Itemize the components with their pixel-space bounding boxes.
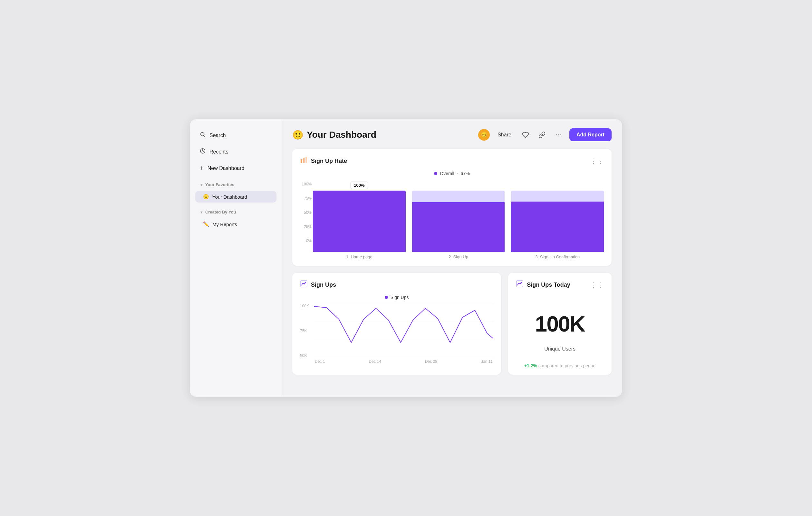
y-75k: 75K	[300, 329, 309, 333]
main-content: 🙂 Your Dashboard 😊 Share Add Repor	[282, 119, 622, 397]
y-label-25: 25%	[300, 224, 312, 229]
signup-rate-card: Sign Up Rate ⋮⋮ Overall · 67% 100% 75% 5…	[292, 149, 612, 266]
add-report-button[interactable]: Add Report	[569, 128, 612, 141]
my-reports-emoji: ✏️	[203, 221, 209, 227]
change-row: +1.2% compared to previous period	[516, 363, 604, 368]
legend-dot	[434, 172, 437, 175]
recents-item[interactable]: Recents	[195, 145, 277, 159]
plus-icon: +	[200, 164, 204, 172]
signups-today-title: Sign Ups Today	[516, 280, 570, 290]
svg-point-3	[556, 134, 557, 135]
signups-y-axis: 100K 75K 50K	[300, 304, 309, 358]
bar-confirmation-bar	[511, 201, 604, 252]
bar-home-page: 100% 1 Home page	[313, 191, 406, 259]
avatar: 😊	[478, 129, 490, 141]
big-number: 100K	[516, 311, 604, 336]
trend-chart-icon-2	[516, 280, 524, 290]
my-reports-item[interactable]: ✏️ My Reports	[195, 218, 277, 230]
signups-today-menu[interactable]: ⋮⋮	[590, 281, 604, 289]
bar-signup-fill: 81%	[412, 191, 505, 252]
signups-label: Sign Ups	[311, 281, 336, 288]
change-value: +1.2%	[524, 363, 537, 368]
search-icon	[200, 132, 206, 139]
created-by-you-section[interactable]: ▼ Created By You	[195, 205, 277, 216]
y-50k: 50K	[300, 353, 309, 358]
bar-home-page-label: 1 Home page	[346, 254, 373, 259]
svg-rect-8	[306, 157, 307, 163]
recents-label: Recents	[209, 149, 228, 155]
svg-rect-7	[303, 158, 305, 163]
favorite-button[interactable]	[519, 129, 531, 140]
bar-home-page-fill: 100%	[313, 191, 406, 252]
title-text: Your Dashboard	[307, 130, 376, 140]
your-dashboard-emoji: 🙂	[203, 194, 209, 200]
signups-legend-label: Sign Ups	[390, 295, 409, 300]
legend-separator: ·	[457, 171, 458, 176]
legend-label: Overall	[440, 171, 454, 176]
new-dashboard-item[interactable]: + New Dashboard	[195, 161, 277, 175]
svg-line-1	[204, 135, 205, 137]
bar-signup-label: 2 Sign Up	[448, 254, 468, 259]
x-jan11: Jan 11	[481, 359, 493, 364]
bar-chart-icon	[300, 156, 308, 166]
app-container: Search Recents + New Dashboard ▼ Your Fa…	[190, 119, 622, 397]
signups-legend-dot	[385, 296, 388, 299]
bar-signup-bar	[412, 202, 505, 252]
bar-confirmation-label: 3 Sign Up Confirmation	[535, 254, 580, 259]
search-item[interactable]: Search	[195, 128, 277, 142]
signups-title: Sign Ups	[300, 280, 336, 290]
page-title: 🙂 Your Dashboard	[292, 130, 376, 140]
signup-rate-label: Sign Up Rate	[311, 158, 347, 164]
main-header: 🙂 Your Dashboard 😊 Share Add Repor	[292, 128, 612, 141]
new-dashboard-label: New Dashboard	[207, 165, 244, 171]
signups-today-label: Sign Ups Today	[527, 281, 570, 288]
bar-confirmation-fill: 82%	[511, 191, 604, 252]
more-button[interactable]	[553, 129, 565, 140]
my-reports-label: My Reports	[212, 222, 237, 227]
y-label-75: 75%	[300, 196, 312, 200]
sidebar: Search Recents + New Dashboard ▼ Your Fa…	[190, 119, 282, 397]
recents-icon	[200, 148, 206, 156]
svg-rect-6	[301, 159, 302, 163]
signups-today-header: Sign Ups Today ⋮⋮	[516, 280, 604, 290]
signups-today-card: Sign Ups Today ⋮⋮ 100K Unique Users +1.2…	[508, 273, 612, 375]
signups-card: Sign Ups Sign Ups 100K 75K 50K	[292, 273, 501, 375]
signups-x-axis: Dec 1 Dec 14 Dec 28 Jan 11	[314, 359, 493, 364]
bar-signup: 81% 2 Sign Up	[412, 191, 505, 259]
y-label-0: 0%	[300, 239, 312, 243]
bar-confirmation: 82% 3 Sign Up Confirmation	[511, 191, 604, 259]
created-by-you-label: Created By You	[205, 210, 236, 214]
x-dec14: Dec 14	[369, 359, 381, 364]
link-button[interactable]	[536, 129, 548, 140]
legend-value: 67%	[461, 171, 470, 176]
signups-line-chart	[314, 304, 493, 358]
your-dashboard-label: Your Dashboard	[212, 194, 247, 200]
trend-chart-icon	[300, 280, 308, 290]
bottom-row: Sign Ups Sign Ups 100K 75K 50K	[292, 273, 612, 382]
add-report-label: Add Report	[576, 132, 605, 137]
change-desc: compared to previous period	[539, 363, 596, 368]
svg-point-4	[558, 134, 559, 135]
svg-point-5	[560, 134, 561, 135]
signup-rate-card-header: Sign Up Rate ⋮⋮	[300, 156, 604, 166]
y-label-50: 50%	[300, 210, 312, 215]
signup-rate-title: Sign Up Rate	[300, 156, 347, 166]
line-chart-area: 100K 75K 50K Dec 1	[300, 304, 493, 368]
title-emoji: 🙂	[292, 130, 303, 140]
header-actions: 😊 Share Add Report	[478, 128, 612, 141]
signup-rate-legend: Overall · 67%	[300, 171, 604, 176]
search-label: Search	[209, 133, 226, 138]
signups-card-header: Sign Ups	[300, 280, 493, 290]
chevron-down-icon-2: ▼	[200, 210, 203, 214]
signup-rate-menu[interactable]: ⋮⋮	[590, 157, 604, 165]
chevron-down-icon: ▼	[200, 183, 203, 187]
favorites-section[interactable]: ▼ Your Favorites	[195, 178, 277, 188]
y-100k: 100K	[300, 304, 309, 308]
x-dec28: Dec 28	[425, 359, 437, 364]
share-button[interactable]: Share	[494, 130, 515, 140]
your-dashboard-item[interactable]: 🙂 Your Dashboard	[195, 191, 277, 202]
y-axis: 100% 75% 50% 25% 0%	[300, 182, 312, 243]
y-label-100: 100%	[300, 182, 312, 186]
bar-confirmation-remainder	[511, 191, 604, 201]
x-dec1: Dec 1	[315, 359, 325, 364]
